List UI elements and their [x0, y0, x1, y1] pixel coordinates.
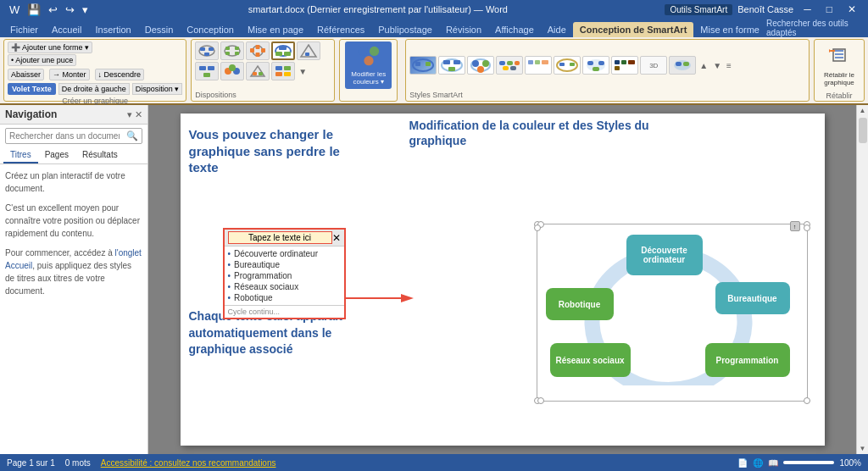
- style-7[interactable]: [582, 56, 609, 75]
- tab-titres[interactable]: Titres: [3, 147, 38, 163]
- disp-icon-more[interactable]: [271, 62, 295, 80]
- droite-gauche-btn[interactable]: De droite à gauche: [58, 83, 130, 95]
- svg-rect-56: [570, 63, 575, 66]
- save-btn[interactable]: 💾: [25, 3, 43, 17]
- zoom-slider[interactable]: [783, 461, 834, 464]
- view-web-btn[interactable]: 🌐: [753, 458, 763, 468]
- restore-btn[interactable]: □: [821, 3, 837, 15]
- disp-icon-8[interactable]: [246, 62, 270, 80]
- smartart-container[interactable]: ↑ Découverteordinateur: [537, 224, 808, 402]
- scroll-down-btn[interactable]: ▼: [858, 443, 868, 454]
- tab-mise-en-forme[interactable]: Mise en forme: [693, 22, 766, 37]
- svg-rect-30: [275, 72, 282, 76]
- style-4[interactable]: [496, 56, 523, 75]
- text-pane-item-2: • Bureautique: [225, 259, 344, 270]
- style-2[interactable]: [438, 56, 465, 75]
- svg-rect-55: [559, 63, 565, 66]
- styles-smartart-label: Styles SmartArt: [409, 89, 805, 99]
- tab-pages[interactable]: Pages: [38, 147, 75, 163]
- disp-icon-2[interactable]: [220, 42, 244, 60]
- creer-graphique-label: Créer un graphique: [62, 95, 128, 105]
- search-tools[interactable]: Rechercher des outils adaptés: [766, 19, 861, 37]
- disp-icon-6[interactable]: [195, 62, 219, 80]
- resize-handle-r[interactable]: [804, 224, 810, 231]
- tab-revision[interactable]: Révision: [439, 22, 488, 37]
- nav-line-1: Créez un plan interactif de votre docume…: [5, 169, 142, 195]
- styles-scroll-down[interactable]: ▼: [711, 59, 723, 72]
- svg-rect-6: [235, 47, 239, 50]
- disp-icon-1[interactable]: [195, 42, 219, 60]
- svg-rect-61: [615, 60, 620, 64]
- disp-icon-3[interactable]: [246, 42, 270, 60]
- tab-affichage[interactable]: Affichage: [488, 22, 541, 37]
- tab-dessin[interactable]: Dessin: [138, 22, 181, 37]
- footer-text: Cycle continu...: [228, 308, 281, 316]
- word-icon[interactable]: W: [7, 3, 22, 17]
- abaisser-btn[interactable]: Abaisser: [8, 69, 44, 80]
- descendre-btn[interactable]: ↓ Descendre: [95, 69, 145, 80]
- accueil-link[interactable]: l'onglet Accueil: [5, 248, 142, 270]
- tab-accueil[interactable]: Accueil: [45, 22, 88, 37]
- search-icon[interactable]: 🔍: [123, 129, 142, 143]
- tab-insertion[interactable]: Insertion: [88, 22, 137, 37]
- style-8[interactable]: [611, 56, 638, 75]
- tab-mise-en-page[interactable]: Mise en page: [241, 22, 310, 37]
- disp-scroll-down[interactable]: ▼: [297, 65, 309, 78]
- view-normal-btn[interactable]: 📄: [737, 458, 748, 468]
- accessibility-msg[interactable]: Accessibilité : consultez nos recommanda…: [101, 458, 276, 468]
- disp-icon-4[interactable]: [271, 42, 295, 60]
- svg-rect-63: [628, 60, 635, 64]
- text-pane-close-btn[interactable]: ✕: [332, 232, 341, 244]
- close-btn[interactable]: ✕: [843, 3, 861, 15]
- nav-close-btn[interactable]: ✕: [135, 109, 142, 120]
- styles-scroll-up[interactable]: ▲: [698, 59, 709, 72]
- redo-btn[interactable]: ↪: [63, 3, 77, 17]
- node-robotique[interactable]: Robotique: [546, 288, 614, 320]
- ajouter-forme-btn[interactable]: ➕ Ajouter une forme ▾: [8, 42, 92, 53]
- resize-handle-b[interactable]: [537, 397, 544, 404]
- node-reseaux[interactable]: Réseaux sociaux: [550, 343, 631, 377]
- style-10[interactable]: [669, 56, 696, 75]
- volet-texte-btn[interactable]: Volet Texte: [8, 83, 56, 95]
- style-3[interactable]: [467, 56, 494, 75]
- resize-handle-l[interactable]: [534, 224, 541, 231]
- svg-rect-13: [256, 53, 260, 57]
- tab-aide[interactable]: Aide: [541, 22, 573, 37]
- disposition-btn[interactable]: Disposition ▾: [132, 83, 183, 95]
- svg-rect-19: [305, 53, 309, 56]
- style-5[interactable]: [525, 56, 552, 75]
- node-programmation[interactable]: Programmation: [705, 343, 790, 377]
- view-read-btn[interactable]: 📖: [768, 458, 778, 468]
- node-decouverte[interactable]: Découverteordinateur: [626, 235, 703, 275]
- tab-fichier[interactable]: Fichier: [3, 22, 45, 37]
- nav-menu-btn[interactable]: ▾: [127, 109, 132, 120]
- retablir-btn[interactable]: Rétablir legraphique: [821, 41, 858, 90]
- tab-references[interactable]: Références: [310, 22, 371, 37]
- ajouter-puce-btn[interactable]: • Ajouter une puce: [8, 54, 76, 66]
- more-btn[interactable]: ▾: [80, 3, 91, 17]
- tools-label: Outils SmartArt: [665, 4, 732, 15]
- tab-resultats[interactable]: Résultats: [75, 147, 125, 163]
- undo-btn[interactable]: ↩: [46, 3, 60, 17]
- style-9[interactable]: 3D: [640, 56, 667, 75]
- text-pane: Tapez le texte ici ✕ • Découverte ordina…: [223, 228, 346, 319]
- disp-icon-7[interactable]: [220, 62, 244, 80]
- scroll-up-btn[interactable]: ▲: [858, 105, 868, 116]
- resize-handle-top-btn[interactable]: ↑: [790, 221, 800, 231]
- monter-btn[interactable]: → Monter: [49, 69, 90, 80]
- tab-conception-smartart[interactable]: Conception de SmartArt: [573, 22, 694, 37]
- modifier-couleurs-btn[interactable]: Modifier lescouleurs ▾: [345, 42, 392, 89]
- resize-handle-br[interactable]: [804, 397, 810, 404]
- svg-rect-37: [426, 62, 431, 66]
- tab-conception[interactable]: Conception: [180, 22, 241, 37]
- scroll-thumb[interactable]: [859, 118, 867, 143]
- style-6[interactable]: [554, 56, 581, 75]
- search-input[interactable]: [6, 130, 123, 142]
- app-title: smartart.docx (Dernier enregistrement pa…: [248, 4, 508, 14]
- style-1[interactable]: [409, 56, 437, 75]
- minimize-btn[interactable]: ─: [798, 3, 816, 15]
- node-bureautique[interactable]: Bureautique: [715, 282, 790, 314]
- styles-more[interactable]: ≡: [725, 59, 733, 72]
- disp-icon-5[interactable]: [297, 42, 320, 60]
- tab-publipostage[interactable]: Publipostage: [371, 22, 439, 37]
